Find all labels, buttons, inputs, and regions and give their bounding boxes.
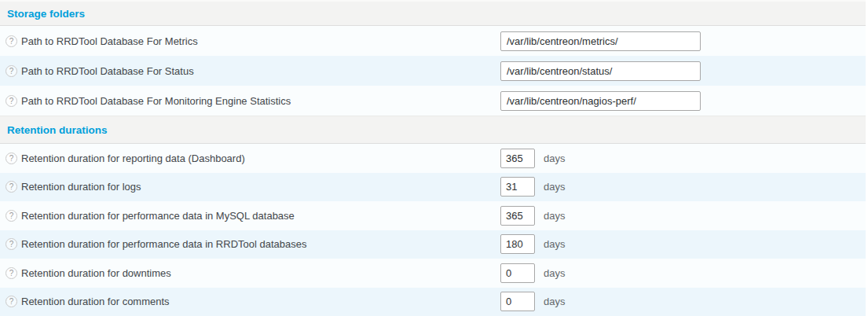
- field-label: Retention duration for comments: [21, 296, 170, 307]
- section-storage-folders: Storage folders?Path to RRDTool Database…: [0, 0, 866, 116]
- field: days: [500, 201, 565, 230]
- field: days: [500, 230, 565, 259]
- field-label: Retention duration for downtimes: [21, 267, 171, 279]
- settings-table: Storage folders?Path to RRDTool Database…: [0, 0, 866, 316]
- help-icon[interactable]: ?: [5, 95, 17, 107]
- field: days: [500, 173, 565, 202]
- form-row: ?Retention duration for reporting data (…: [0, 144, 866, 173]
- path-to-rrdtool-database-for-monitoring-engine-statistics-input[interactable]: [500, 91, 701, 111]
- form-row: ?Retention duration for logsdays: [0, 173, 866, 202]
- form-row: ?Path to RRDTool Database For Status: [0, 56, 866, 86]
- retention-duration-for-performance-data-in-rrdtool-databases-input[interactable]: [500, 234, 535, 254]
- help-icon[interactable]: ?: [5, 210, 17, 222]
- field-label: Retention duration for performance data …: [21, 210, 295, 222]
- field-label: Path to RRDTool Database For Monitoring …: [21, 95, 291, 107]
- field: [500, 86, 701, 116]
- field-label: Retention duration for logs: [21, 181, 141, 193]
- unit-label: days: [544, 210, 565, 222]
- form-row: ?Retention duration for performance data…: [0, 201, 866, 230]
- form-row: ?Path to RRDTool Database For Monitoring…: [0, 86, 866, 116]
- form-row: ?Path to RRDTool Database For Metrics: [0, 26, 866, 56]
- field: days: [500, 259, 565, 288]
- help-icon[interactable]: ?: [5, 152, 17, 164]
- retention-duration-for-comments-input[interactable]: [500, 292, 535, 311]
- form-row: ?Retention duration for performance data…: [0, 230, 866, 259]
- unit-label: days: [544, 152, 565, 164]
- path-to-rrdtool-database-for-metrics-input[interactable]: [500, 31, 701, 51]
- unit-label: days: [544, 238, 565, 250]
- unit-label: days: [544, 267, 565, 279]
- retention-duration-for-performance-data-in-mysql-database-input[interactable]: [500, 206, 535, 226]
- help-icon[interactable]: ?: [5, 296, 17, 307]
- retention-duration-for-logs-input[interactable]: [500, 177, 535, 197]
- unit-label: days: [544, 181, 565, 193]
- field-label: Retention duration for performance data …: [21, 238, 307, 250]
- field-label: Path to RRDTool Database For Metrics: [21, 35, 198, 47]
- help-icon[interactable]: ?: [5, 267, 17, 279]
- unit-label: days: [544, 296, 565, 307]
- section-retention-durations: Retention durations?Retention duration f…: [0, 116, 866, 316]
- field: [500, 56, 701, 86]
- path-to-rrdtool-database-for-status-input[interactable]: [500, 61, 701, 81]
- help-icon[interactable]: ?: [5, 35, 17, 47]
- retention-duration-for-downtimes-input[interactable]: [500, 263, 535, 283]
- help-icon[interactable]: ?: [5, 181, 17, 193]
- form-row: ?Retention duration for commentsdays: [0, 288, 866, 316]
- help-icon[interactable]: ?: [5, 238, 17, 250]
- section-header: Storage folders: [0, 0, 866, 26]
- field-label: Retention duration for reporting data (D…: [21, 152, 245, 164]
- field: [500, 26, 701, 56]
- field-label: Path to RRDTool Database For Status: [21, 65, 194, 77]
- section-header: Retention durations: [0, 116, 866, 144]
- field: days: [500, 288, 565, 316]
- help-icon[interactable]: ?: [5, 65, 17, 77]
- form-row: ?Retention duration for downtimesdays: [0, 259, 866, 288]
- retention-duration-for-reporting-data-dashboard-input[interactable]: [500, 149, 535, 168]
- section-title: Storage folders: [7, 8, 85, 20]
- field: days: [500, 144, 565, 173]
- section-title: Retention durations: [7, 124, 108, 136]
